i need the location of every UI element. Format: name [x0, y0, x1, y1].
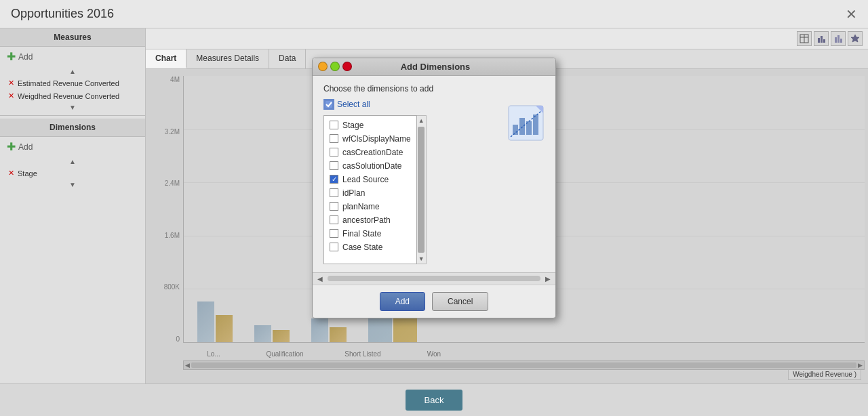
- hscroll-track: [328, 276, 540, 281]
- dim-item-cascreation[interactable]: casCreationDate: [327, 146, 414, 159]
- modal-prompt: Choose the dimensions to add: [323, 84, 500, 93]
- modal-content-right: [507, 84, 545, 264]
- scroll-up-arrow[interactable]: ▲: [417, 116, 426, 125]
- dim-item-finalstate[interactable]: Final State: [327, 227, 414, 241]
- dim-checkbox-planname[interactable]: [330, 202, 338, 211]
- dim-checkbox-cascreation[interactable]: [330, 148, 338, 157]
- dim-label-finalstate: Final State: [342, 229, 381, 238]
- modal-controls: [318, 62, 352, 71]
- dim-item-wfcls[interactable]: wfClsDisplayName: [327, 132, 414, 146]
- dim-checkbox-finalstate[interactable]: [330, 229, 338, 238]
- dim-checkbox-stage[interactable]: [330, 121, 338, 129]
- dim-label-ancestorpath: ancestorPath: [342, 215, 391, 225]
- add-dimensions-modal: Add Dimensions Choose the dimensions to …: [312, 58, 556, 318]
- chart-preview-icon: [507, 104, 545, 142]
- svg-rect-15: [533, 115, 538, 135]
- modal-hscroll[interactable]: ◀ ▶: [313, 272, 555, 285]
- list-scrollbar[interactable]: ▲ ▼: [417, 115, 427, 264]
- scroll-down-arrow[interactable]: ▼: [417, 254, 426, 264]
- dim-label-cascreation: casCreationDate: [342, 148, 403, 157]
- hscroll-left-arrow[interactable]: ◀: [315, 275, 325, 283]
- dim-checkbox-idplan[interactable]: [330, 188, 338, 197]
- dim-checkbox-leadsource[interactable]: ✓: [330, 175, 338, 184]
- modal-add-button[interactable]: Add: [380, 292, 425, 311]
- dim-item-ancestorpath[interactable]: ancestorPath: [327, 213, 414, 227]
- select-all-row[interactable]: Select all: [323, 99, 500, 110]
- scroll-thumb: [418, 127, 425, 253]
- dim-label-planname: planName: [342, 202, 380, 211]
- dim-item-stage[interactable]: Stage: [327, 119, 414, 132]
- modal-titlebar: Add Dimensions: [313, 58, 555, 76]
- svg-rect-13: [519, 118, 525, 135]
- dim-label-wfcls: wfClsDisplayName: [342, 134, 411, 144]
- dim-checkbox-casestate[interactable]: [330, 243, 338, 251]
- modal-close-button[interactable]: [342, 62, 352, 71]
- dim-label-cassolution: casSolutionDate: [342, 161, 401, 171]
- modal-body: Choose the dimensions to add Select all: [313, 76, 555, 272]
- modal-title: Add Dimensions: [352, 62, 519, 72]
- dim-item-planname[interactable]: planName: [327, 200, 414, 213]
- dim-item-idplan[interactable]: idPlan: [327, 186, 414, 200]
- modal-cancel-button[interactable]: Cancel: [432, 292, 488, 311]
- dim-label-stage: Stage: [342, 121, 363, 130]
- dim-label-leadsource: Lead Source: [342, 175, 389, 184]
- dim-checkbox-ancestorpath[interactable]: [330, 215, 338, 224]
- modal-content-left: Choose the dimensions to add Select all: [323, 84, 500, 264]
- dim-item-leadsource[interactable]: ✓ Lead Source: [327, 173, 414, 186]
- dim-label-idplan: idPlan: [342, 188, 365, 198]
- modal-maximize-button[interactable]: [330, 62, 340, 71]
- hscroll-right-arrow[interactable]: ▶: [543, 275, 553, 283]
- dimension-list-container: Stage wfClsDisplayName casCreationDate: [323, 115, 500, 264]
- dim-checkbox-wfcls[interactable]: [330, 134, 338, 143]
- dimension-list[interactable]: Stage wfClsDisplayName casCreationDate: [323, 115, 417, 264]
- modal-minimize-button[interactable]: [318, 62, 328, 71]
- dim-item-cassolution[interactable]: casSolutionDate: [327, 159, 414, 173]
- main-window: Opportunities 2016 ✕ Measures ✚ Add ▲ ✕ …: [0, 0, 868, 416]
- modal-footer: Add Cancel: [313, 285, 555, 318]
- dim-item-casestate[interactable]: Case State: [327, 241, 414, 254]
- svg-rect-12: [513, 125, 518, 135]
- select-all-icon: [323, 99, 334, 110]
- dim-checkbox-cassolution[interactable]: [330, 161, 338, 170]
- dim-label-casestate: Case State: [342, 243, 382, 252]
- modal-backdrop: Add Dimensions Choose the dimensions to …: [0, 0, 868, 416]
- select-all-label: Select all: [337, 100, 370, 109]
